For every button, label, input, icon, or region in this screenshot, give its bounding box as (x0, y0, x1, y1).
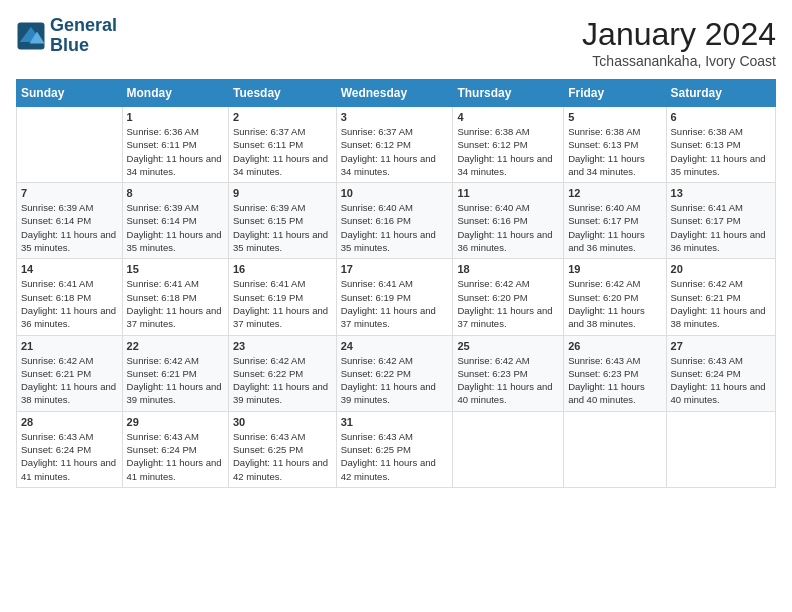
header-friday: Friday (564, 80, 666, 107)
calendar-cell: 23Sunrise: 6:42 AMSunset: 6:22 PMDayligh… (229, 335, 337, 411)
day-number: 1 (127, 111, 224, 123)
day-info: Sunrise: 6:43 AMSunset: 6:24 PMDaylight:… (21, 430, 118, 483)
day-number: 9 (233, 187, 332, 199)
day-info: Sunrise: 6:42 AMSunset: 6:20 PMDaylight:… (568, 277, 661, 330)
day-info: Sunrise: 6:38 AMSunset: 6:12 PMDaylight:… (457, 125, 559, 178)
day-info: Sunrise: 6:38 AMSunset: 6:13 PMDaylight:… (671, 125, 771, 178)
day-info: Sunrise: 6:42 AMSunset: 6:22 PMDaylight:… (341, 354, 449, 407)
day-number: 13 (671, 187, 771, 199)
calendar-header-row: Sunday Monday Tuesday Wednesday Thursday… (17, 80, 776, 107)
calendar-cell: 19Sunrise: 6:42 AMSunset: 6:20 PMDayligh… (564, 259, 666, 335)
calendar-cell (666, 411, 775, 487)
calendar-cell: 10Sunrise: 6:40 AMSunset: 6:16 PMDayligh… (336, 183, 453, 259)
calendar-subtitle: Tchassanankaha, Ivory Coast (582, 53, 776, 69)
day-info: Sunrise: 6:40 AMSunset: 6:17 PMDaylight:… (568, 201, 661, 254)
calendar-cell: 6Sunrise: 6:38 AMSunset: 6:13 PMDaylight… (666, 107, 775, 183)
title-area: January 2024 Tchassanankaha, Ivory Coast (582, 16, 776, 69)
day-number: 23 (233, 340, 332, 352)
header-thursday: Thursday (453, 80, 564, 107)
day-number: 6 (671, 111, 771, 123)
calendar-cell: 27Sunrise: 6:43 AMSunset: 6:24 PMDayligh… (666, 335, 775, 411)
day-number: 19 (568, 263, 661, 275)
day-info: Sunrise: 6:41 AMSunset: 6:19 PMDaylight:… (233, 277, 332, 330)
day-info: Sunrise: 6:41 AMSunset: 6:17 PMDaylight:… (671, 201, 771, 254)
table-row: 21Sunrise: 6:42 AMSunset: 6:21 PMDayligh… (17, 335, 776, 411)
day-info: Sunrise: 6:39 AMSunset: 6:14 PMDaylight:… (21, 201, 118, 254)
calendar-cell (564, 411, 666, 487)
day-info: Sunrise: 6:43 AMSunset: 6:25 PMDaylight:… (341, 430, 449, 483)
calendar-cell: 7Sunrise: 6:39 AMSunset: 6:14 PMDaylight… (17, 183, 123, 259)
day-number: 3 (341, 111, 449, 123)
day-number: 15 (127, 263, 224, 275)
day-number: 29 (127, 416, 224, 428)
day-info: Sunrise: 6:41 AMSunset: 6:18 PMDaylight:… (127, 277, 224, 330)
day-info: Sunrise: 6:41 AMSunset: 6:19 PMDaylight:… (341, 277, 449, 330)
day-number: 5 (568, 111, 661, 123)
calendar-cell: 12Sunrise: 6:40 AMSunset: 6:17 PMDayligh… (564, 183, 666, 259)
day-info: Sunrise: 6:42 AMSunset: 6:21 PMDaylight:… (127, 354, 224, 407)
table-row: 28Sunrise: 6:43 AMSunset: 6:24 PMDayligh… (17, 411, 776, 487)
calendar-cell: 29Sunrise: 6:43 AMSunset: 6:24 PMDayligh… (122, 411, 228, 487)
logo-text: General Blue (50, 16, 117, 56)
logo-icon (16, 21, 46, 51)
day-info: Sunrise: 6:42 AMSunset: 6:20 PMDaylight:… (457, 277, 559, 330)
calendar-cell: 21Sunrise: 6:42 AMSunset: 6:21 PMDayligh… (17, 335, 123, 411)
day-number: 27 (671, 340, 771, 352)
day-number: 18 (457, 263, 559, 275)
day-info: Sunrise: 6:42 AMSunset: 6:22 PMDaylight:… (233, 354, 332, 407)
calendar-cell (453, 411, 564, 487)
day-number: 25 (457, 340, 559, 352)
calendar-cell: 1Sunrise: 6:36 AMSunset: 6:11 PMDaylight… (122, 107, 228, 183)
day-number: 12 (568, 187, 661, 199)
calendar-cell: 11Sunrise: 6:40 AMSunset: 6:16 PMDayligh… (453, 183, 564, 259)
day-info: Sunrise: 6:43 AMSunset: 6:24 PMDaylight:… (127, 430, 224, 483)
day-number: 4 (457, 111, 559, 123)
calendar-cell: 22Sunrise: 6:42 AMSunset: 6:21 PMDayligh… (122, 335, 228, 411)
calendar-cell: 2Sunrise: 6:37 AMSunset: 6:11 PMDaylight… (229, 107, 337, 183)
table-row: 7Sunrise: 6:39 AMSunset: 6:14 PMDaylight… (17, 183, 776, 259)
day-info: Sunrise: 6:39 AMSunset: 6:15 PMDaylight:… (233, 201, 332, 254)
calendar-cell: 9Sunrise: 6:39 AMSunset: 6:15 PMDaylight… (229, 183, 337, 259)
day-number: 11 (457, 187, 559, 199)
table-row: 1Sunrise: 6:36 AMSunset: 6:11 PMDaylight… (17, 107, 776, 183)
logo-line1: General (50, 16, 117, 36)
calendar-cell: 16Sunrise: 6:41 AMSunset: 6:19 PMDayligh… (229, 259, 337, 335)
day-number: 2 (233, 111, 332, 123)
calendar-cell: 15Sunrise: 6:41 AMSunset: 6:18 PMDayligh… (122, 259, 228, 335)
day-number: 17 (341, 263, 449, 275)
header-wednesday: Wednesday (336, 80, 453, 107)
day-number: 8 (127, 187, 224, 199)
calendar-cell: 13Sunrise: 6:41 AMSunset: 6:17 PMDayligh… (666, 183, 775, 259)
day-info: Sunrise: 6:36 AMSunset: 6:11 PMDaylight:… (127, 125, 224, 178)
calendar-title: January 2024 (582, 16, 776, 53)
day-number: 24 (341, 340, 449, 352)
header-saturday: Saturday (666, 80, 775, 107)
calendar-table: Sunday Monday Tuesday Wednesday Thursday… (16, 79, 776, 488)
day-info: Sunrise: 6:40 AMSunset: 6:16 PMDaylight:… (341, 201, 449, 254)
calendar-cell: 24Sunrise: 6:42 AMSunset: 6:22 PMDayligh… (336, 335, 453, 411)
table-row: 14Sunrise: 6:41 AMSunset: 6:18 PMDayligh… (17, 259, 776, 335)
day-info: Sunrise: 6:39 AMSunset: 6:14 PMDaylight:… (127, 201, 224, 254)
calendar-cell: 3Sunrise: 6:37 AMSunset: 6:12 PMDaylight… (336, 107, 453, 183)
logo-line2: Blue (50, 36, 117, 56)
header-sunday: Sunday (17, 80, 123, 107)
day-number: 14 (21, 263, 118, 275)
calendar-cell: 25Sunrise: 6:42 AMSunset: 6:23 PMDayligh… (453, 335, 564, 411)
calendar-cell: 30Sunrise: 6:43 AMSunset: 6:25 PMDayligh… (229, 411, 337, 487)
calendar-cell: 5Sunrise: 6:38 AMSunset: 6:13 PMDaylight… (564, 107, 666, 183)
day-number: 10 (341, 187, 449, 199)
day-info: Sunrise: 6:41 AMSunset: 6:18 PMDaylight:… (21, 277, 118, 330)
day-number: 30 (233, 416, 332, 428)
header-monday: Monday (122, 80, 228, 107)
calendar-cell: 8Sunrise: 6:39 AMSunset: 6:14 PMDaylight… (122, 183, 228, 259)
day-info: Sunrise: 6:42 AMSunset: 6:23 PMDaylight:… (457, 354, 559, 407)
day-number: 31 (341, 416, 449, 428)
day-info: Sunrise: 6:42 AMSunset: 6:21 PMDaylight:… (21, 354, 118, 407)
day-info: Sunrise: 6:37 AMSunset: 6:11 PMDaylight:… (233, 125, 332, 178)
day-info: Sunrise: 6:43 AMSunset: 6:24 PMDaylight:… (671, 354, 771, 407)
day-number: 28 (21, 416, 118, 428)
day-number: 21 (21, 340, 118, 352)
header-tuesday: Tuesday (229, 80, 337, 107)
logo: General Blue (16, 16, 117, 56)
day-info: Sunrise: 6:42 AMSunset: 6:21 PMDaylight:… (671, 277, 771, 330)
